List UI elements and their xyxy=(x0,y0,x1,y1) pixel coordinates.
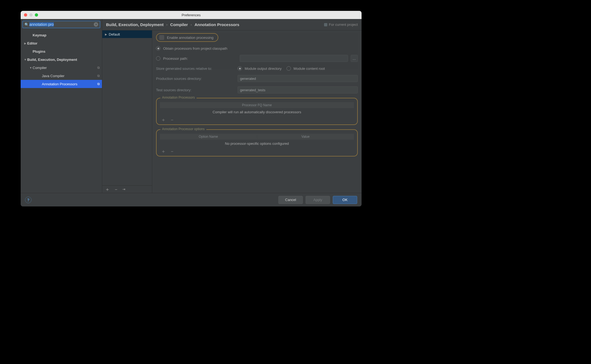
fq-name-header: Processor FQ Name xyxy=(160,103,354,107)
ok-button[interactable]: OK xyxy=(333,196,357,204)
chevron-right-icon: › xyxy=(166,23,167,27)
store-relative-label: Store generated sources relative to: xyxy=(156,67,235,71)
settings-tree: Keymap ▶ Editor Plugins ▼ Build, Executi… xyxy=(21,30,102,88)
radio-obtain-classpath[interactable] xyxy=(156,46,160,51)
sidebar: 🔍 ✕ Keymap ▶ Editor xyxy=(21,19,102,193)
cancel-button[interactable]: Cancel xyxy=(278,196,303,204)
options-table-empty: No processor-specific options configured xyxy=(160,140,354,147)
sidebar-item-label: Plugins xyxy=(33,49,45,54)
breadcrumb: Build, Execution, Deployment › Compiler … xyxy=(102,19,362,30)
processor-path-field[interactable] xyxy=(240,55,348,62)
sidebar-item-plugins[interactable]: Plugins xyxy=(21,47,102,55)
profile-default[interactable]: ▶ Default xyxy=(102,30,152,38)
sidebar-item-label: Java Compiler xyxy=(42,74,64,78)
apply-button[interactable]: Apply xyxy=(306,196,330,204)
project-scope-icon xyxy=(97,74,100,78)
profile-label: Default xyxy=(109,32,120,36)
enable-annotation-processing[interactable]: Enable annotation processing xyxy=(156,33,218,42)
help-button[interactable]: ? xyxy=(25,197,32,203)
processor-table-header: Processor FQ Name xyxy=(160,102,354,108)
radio-module-output[interactable] xyxy=(238,66,242,71)
content-pane: Build, Execution, Deployment › Compiler … xyxy=(102,19,362,193)
sidebar-item-label: Build, Execution, Deployment xyxy=(27,58,77,62)
sidebar-item-annotation-processors[interactable]: Annotation Processors xyxy=(21,80,102,88)
clear-search-icon[interactable]: ✕ xyxy=(94,22,98,27)
chevron-down-icon: ▼ xyxy=(23,58,27,61)
radio-module-content-root[interactable] xyxy=(287,66,291,71)
crumb-annotation-processors: Annotation Processors xyxy=(194,22,239,27)
scope-label: For current project xyxy=(324,23,358,27)
settings-panel: Enable annotation processing Obtain proc… xyxy=(152,30,362,193)
sidebar-item-compiler[interactable]: ▼ Compiler xyxy=(21,64,102,72)
search-text[interactable] xyxy=(29,22,94,27)
radio-processor-path[interactable] xyxy=(156,56,160,61)
option-value-header: Value xyxy=(257,135,354,139)
move-profile-icon[interactable]: ⇥ xyxy=(122,187,125,191)
titlebar: Preferences xyxy=(21,11,362,19)
search-input[interactable]: 🔍 ✕ xyxy=(22,21,100,28)
annotation-processor-options-group: Annotation Processor options Option Name… xyxy=(156,129,358,156)
crumb-compiler[interactable]: Compiler xyxy=(170,22,188,27)
group-legend: Annotation Processor options xyxy=(160,127,206,131)
remove-profile-icon[interactable]: － xyxy=(114,187,119,192)
sidebar-item-build-execution-deployment[interactable]: ▼ Build, Execution, Deployment xyxy=(21,55,102,64)
sidebar-item-keymap[interactable]: Keymap xyxy=(21,31,102,39)
add-processor-icon[interactable]: ＋ xyxy=(161,117,166,122)
sidebar-item-java-compiler[interactable]: Java Compiler xyxy=(21,72,102,80)
processor-path-label: Processor path: xyxy=(163,57,237,61)
profile-list: ▶ Default ＋ － ⇥ xyxy=(102,30,152,193)
project-scope-icon xyxy=(97,66,100,70)
search-icon: 🔍 xyxy=(24,23,29,27)
chevron-right-icon: ▶ xyxy=(105,33,107,36)
add-profile-icon[interactable]: ＋ xyxy=(105,187,110,192)
sidebar-item-label: Compiler xyxy=(33,66,47,70)
project-scope-icon xyxy=(324,23,327,26)
obtain-label: Obtain processors from project classpath xyxy=(163,46,227,51)
processor-table-empty: Compiler will run all automatically disc… xyxy=(160,108,354,116)
prod-sources-field[interactable]: generated xyxy=(238,75,358,82)
annotation-processors-group: Annotation Processors Processor FQ Name … xyxy=(156,98,358,125)
prod-sources-label: Production sources directory: xyxy=(156,77,235,81)
enable-annotation-label: Enable annotation processing xyxy=(167,36,213,40)
remove-processor-icon[interactable]: － xyxy=(170,117,175,122)
browse-path-button[interactable]: … xyxy=(351,55,358,62)
sidebar-item-editor[interactable]: ▶ Editor xyxy=(21,39,102,47)
test-sources-field[interactable]: generated_tests xyxy=(238,86,358,93)
module-content-root-label: Module content root xyxy=(294,67,325,71)
project-scope-icon xyxy=(97,82,100,86)
test-sources-label: Test sources directory: xyxy=(156,88,235,92)
window-title: Preferences xyxy=(21,13,362,17)
checkbox-icon xyxy=(159,35,164,40)
profile-toolbar: ＋ － ⇥ xyxy=(102,185,152,193)
preferences-window: Preferences 🔍 ✕ Keymap xyxy=(21,11,362,206)
module-output-label: Module output directory xyxy=(245,67,282,71)
add-option-icon[interactable]: ＋ xyxy=(161,149,166,154)
crumb-bed[interactable]: Build, Execution, Deployment xyxy=(106,22,164,27)
footer: ? Cancel Apply OK xyxy=(21,193,362,206)
chevron-down-icon: ▼ xyxy=(29,66,33,69)
sidebar-item-label: Editor xyxy=(27,41,38,45)
chevron-right-icon: ▶ xyxy=(23,42,27,45)
chevron-right-icon: › xyxy=(191,23,192,27)
group-legend: Annotation Processors xyxy=(160,96,197,99)
options-table-header: Option Name Value xyxy=(160,134,354,140)
remove-option-icon[interactable]: － xyxy=(170,149,175,154)
sidebar-item-label: Annotation Processors xyxy=(42,82,77,86)
option-name-header: Option Name xyxy=(160,135,257,139)
sidebar-item-label: Keymap xyxy=(33,33,46,37)
